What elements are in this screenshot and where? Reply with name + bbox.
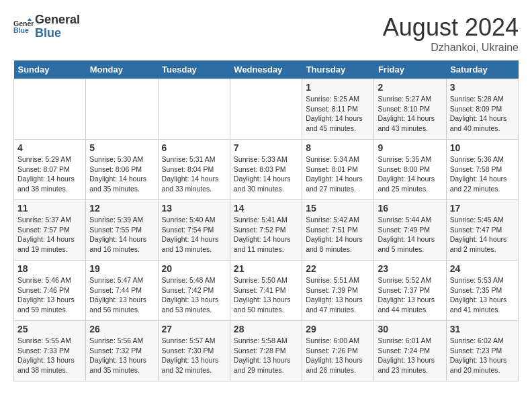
day-number: 8 (306, 142, 370, 153)
calendar-cell: 8Sunrise: 5:34 AMSunset: 8:01 PMDaylight… (302, 140, 374, 200)
day-info: Sunrise: 5:28 AMSunset: 8:09 PMDaylight:… (450, 94, 515, 134)
calendar-cell: 5Sunrise: 5:30 AMSunset: 8:06 PMDaylight… (86, 140, 158, 200)
calendar-cell: 19Sunrise: 5:47 AMSunset: 7:44 PMDayligh… (86, 261, 158, 321)
calendar-cell: 21Sunrise: 5:50 AMSunset: 7:41 PMDayligh… (230, 261, 302, 321)
day-info: Sunrise: 5:48 AMSunset: 7:42 PMDaylight:… (162, 275, 226, 315)
day-info: Sunrise: 5:37 AMSunset: 7:57 PMDaylight:… (17, 215, 82, 255)
day-info: Sunrise: 6:00 AMSunset: 7:26 PMDaylight:… (306, 336, 370, 375)
day-number: 9 (378, 142, 442, 153)
calendar-cell: 15Sunrise: 5:42 AMSunset: 7:51 PMDayligh… (302, 200, 374, 261)
logo-text: General Blue (35, 13, 80, 40)
calendar-cell: 7Sunrise: 5:33 AMSunset: 8:03 PMDaylight… (230, 140, 302, 200)
header-saturday: Saturday (446, 60, 518, 79)
day-info: Sunrise: 5:55 AMSunset: 7:33 PMDaylight:… (17, 336, 82, 375)
day-info: Sunrise: 5:51 AMSunset: 7:39 PMDaylight:… (306, 275, 370, 315)
calendar-cell: 30Sunrise: 6:01 AMSunset: 7:24 PMDayligh… (374, 321, 446, 381)
day-info: Sunrise: 5:46 AMSunset: 7:46 PMDaylight:… (17, 275, 82, 315)
day-number: 25 (17, 324, 82, 334)
calendar-cell: 17Sunrise: 5:45 AMSunset: 7:47 PMDayligh… (446, 200, 518, 261)
day-number: 30 (378, 324, 442, 334)
day-info: Sunrise: 5:36 AMSunset: 7:58 PMDaylight:… (450, 154, 515, 194)
calendar-cell: 24Sunrise: 5:53 AMSunset: 7:35 PMDayligh… (446, 261, 518, 321)
day-info: Sunrise: 5:40 AMSunset: 7:54 PMDaylight:… (162, 215, 226, 255)
svg-text:Blue: Blue (13, 26, 29, 34)
day-info: Sunrise: 5:33 AMSunset: 8:03 PMDaylight:… (234, 154, 298, 194)
day-number: 24 (450, 263, 515, 274)
day-number: 26 (89, 324, 154, 334)
day-number: 16 (378, 203, 442, 214)
day-info: Sunrise: 5:44 AMSunset: 7:49 PMDaylight:… (378, 215, 442, 255)
day-number: 15 (306, 203, 370, 214)
calendar-cell: 2Sunrise: 5:27 AMSunset: 8:10 PMDaylight… (374, 79, 446, 140)
day-number: 22 (306, 263, 370, 274)
logo: General Blue General Blue (13, 13, 80, 40)
day-info: Sunrise: 5:50 AMSunset: 7:41 PMDaylight:… (234, 275, 298, 315)
day-number: 31 (450, 324, 515, 334)
day-info: Sunrise: 5:29 AMSunset: 8:07 PMDaylight:… (17, 154, 82, 194)
day-number: 5 (89, 142, 154, 153)
calendar-week-2: 4Sunrise: 5:29 AMSunset: 8:07 PMDaylight… (14, 140, 519, 200)
logo-icon: General Blue (13, 17, 34, 37)
day-info: Sunrise: 5:34 AMSunset: 8:01 PMDaylight:… (306, 154, 370, 194)
calendar-cell: 6Sunrise: 5:31 AMSunset: 8:04 PMDaylight… (158, 140, 230, 200)
calendar-cell: 27Sunrise: 5:57 AMSunset: 7:30 PMDayligh… (158, 321, 230, 381)
calendar-cell (86, 79, 158, 140)
day-number: 6 (162, 142, 226, 153)
calendar-cell: 23Sunrise: 5:52 AMSunset: 7:37 PMDayligh… (374, 261, 446, 321)
day-number: 18 (17, 263, 82, 274)
header-wednesday: Wednesday (230, 60, 302, 79)
calendar-cell: 28Sunrise: 5:58 AMSunset: 7:28 PMDayligh… (230, 321, 302, 381)
day-number: 23 (378, 263, 442, 274)
day-number: 28 (234, 324, 298, 334)
calendar-table: SundayMondayTuesdayWednesdayThursdayFrid… (13, 60, 519, 381)
header-tuesday: Tuesday (158, 60, 230, 79)
calendar-cell: 10Sunrise: 5:36 AMSunset: 7:58 PMDayligh… (446, 140, 518, 200)
day-number: 11 (17, 203, 82, 214)
day-info: Sunrise: 5:57 AMSunset: 7:30 PMDaylight:… (162, 336, 226, 375)
day-number: 3 (450, 82, 515, 93)
day-number: 1 (306, 82, 370, 93)
day-number: 21 (234, 263, 298, 274)
day-info: Sunrise: 5:58 AMSunset: 7:28 PMDaylight:… (234, 336, 298, 375)
day-info: Sunrise: 5:35 AMSunset: 8:00 PMDaylight:… (378, 154, 442, 194)
calendar-cell: 4Sunrise: 5:29 AMSunset: 8:07 PMDaylight… (14, 140, 86, 200)
day-number: 4 (17, 142, 82, 153)
header-friday: Friday (374, 60, 446, 79)
calendar-header-row: SundayMondayTuesdayWednesdayThursdayFrid… (14, 60, 519, 79)
calendar-cell: 13Sunrise: 5:40 AMSunset: 7:54 PMDayligh… (158, 200, 230, 261)
day-number: 14 (234, 203, 298, 214)
calendar-cell (158, 79, 230, 140)
header-thursday: Thursday (302, 60, 374, 79)
day-number: 20 (162, 263, 226, 274)
day-number: 19 (89, 263, 154, 274)
calendar-cell: 22Sunrise: 5:51 AMSunset: 7:39 PMDayligh… (302, 261, 374, 321)
day-info: Sunrise: 5:56 AMSunset: 7:32 PMDaylight:… (89, 336, 154, 375)
calendar-cell: 9Sunrise: 5:35 AMSunset: 8:00 PMDaylight… (374, 140, 446, 200)
calendar-cell: 11Sunrise: 5:37 AMSunset: 7:57 PMDayligh… (14, 200, 86, 261)
day-info: Sunrise: 5:47 AMSunset: 7:44 PMDaylight:… (89, 275, 154, 315)
calendar-cell: 14Sunrise: 5:41 AMSunset: 7:52 PMDayligh… (230, 200, 302, 261)
calendar-cell: 1Sunrise: 5:25 AMSunset: 8:11 PMDaylight… (302, 79, 374, 140)
calendar-week-1: 1Sunrise: 5:25 AMSunset: 8:11 PMDaylight… (14, 79, 519, 140)
header-sunday: Sunday (14, 60, 86, 79)
calendar-week-3: 11Sunrise: 5:37 AMSunset: 7:57 PMDayligh… (14, 200, 519, 261)
day-info: Sunrise: 5:25 AMSunset: 8:11 PMDaylight:… (306, 94, 370, 134)
day-number: 29 (306, 324, 370, 334)
calendar-cell: 29Sunrise: 6:00 AMSunset: 7:26 PMDayligh… (302, 321, 374, 381)
day-info: Sunrise: 6:01 AMSunset: 7:24 PMDaylight:… (378, 336, 442, 375)
calendar-cell: 31Sunrise: 6:02 AMSunset: 7:23 PMDayligh… (446, 321, 518, 381)
day-number: 17 (450, 203, 515, 214)
title-block: August 2024 Dzhankoi, Ukraine (383, 13, 519, 54)
day-info: Sunrise: 5:45 AMSunset: 7:47 PMDaylight:… (450, 215, 515, 255)
location: Dzhankoi, Ukraine (383, 42, 519, 54)
calendar-cell (14, 79, 86, 140)
day-number: 2 (378, 82, 442, 93)
day-info: Sunrise: 5:31 AMSunset: 8:04 PMDaylight:… (162, 154, 226, 194)
day-number: 7 (234, 142, 298, 153)
day-number: 12 (89, 203, 154, 214)
day-number: 10 (450, 142, 515, 153)
day-info: Sunrise: 6:02 AMSunset: 7:23 PMDaylight:… (450, 336, 515, 375)
day-info: Sunrise: 5:42 AMSunset: 7:51 PMDaylight:… (306, 215, 370, 255)
day-number: 13 (162, 203, 226, 214)
calendar-week-4: 18Sunrise: 5:46 AMSunset: 7:46 PMDayligh… (14, 261, 519, 321)
